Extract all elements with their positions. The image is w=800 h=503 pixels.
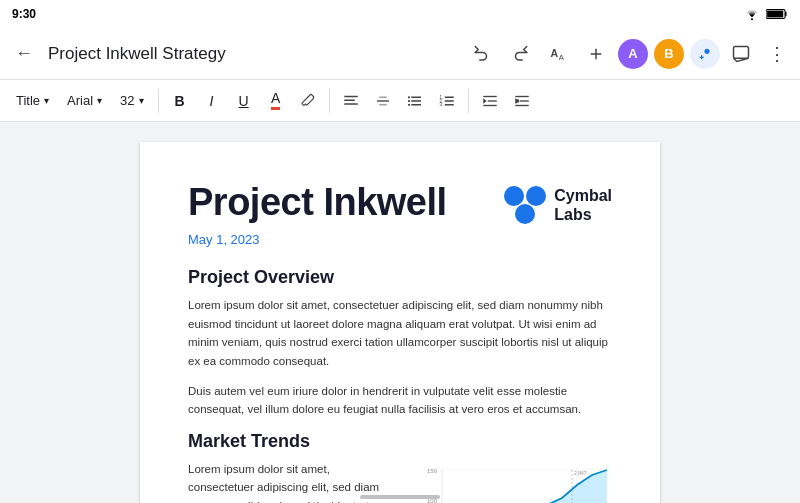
avatar-1-image: A: [618, 39, 648, 69]
doc-logo: Cymbal Labs: [504, 186, 612, 224]
logo-circle-3: [515, 204, 535, 224]
logo-circle-2: [526, 186, 546, 206]
svg-rect-21: [444, 96, 453, 98]
text-color-button[interactable]: A: [261, 86, 291, 116]
svg-rect-23: [444, 104, 453, 106]
numbered-list-button[interactable]: 1. 2. 3.: [432, 86, 462, 116]
style-dropdown[interactable]: Title ▾: [8, 89, 57, 112]
indent-icon: [513, 92, 531, 110]
font-dropdown[interactable]: Arial ▾: [59, 89, 110, 112]
add-person-button[interactable]: [690, 39, 720, 69]
bold-button[interactable]: B: [165, 86, 195, 116]
size-dropdown[interactable]: 32 ▾: [112, 89, 151, 112]
logo-company-name: Cymbal: [554, 186, 612, 205]
comment-icon: [731, 44, 751, 64]
document-area: Project Inkwell Cymbal Labs May 1, 2023 …: [0, 122, 800, 503]
numbered-list-icon: 1. 2. 3.: [438, 92, 456, 110]
underline-button[interactable]: U: [229, 86, 259, 116]
app-bar-left: ← Project Inkwell Strategy: [8, 38, 458, 70]
dedent-icon: [481, 92, 499, 110]
svg-point-14: [407, 103, 409, 105]
svg-text:3.: 3.: [439, 102, 443, 107]
underline-label: U: [239, 93, 249, 109]
svg-rect-22: [444, 100, 453, 102]
svg-rect-10: [344, 103, 358, 105]
wifi-icon: [744, 8, 760, 20]
redo-icon: [511, 45, 529, 63]
bold-label: B: [175, 93, 185, 109]
undo-icon: [473, 45, 491, 63]
divider-1: [158, 89, 159, 113]
add-icon: [587, 45, 605, 63]
svg-rect-15: [411, 96, 421, 98]
size-chevron-icon: ▾: [139, 95, 144, 106]
avatar-2-image: B: [654, 39, 684, 69]
status-time: 9:30: [12, 7, 36, 21]
logo-text: Cymbal Labs: [554, 186, 612, 224]
text-size-icon: A A: [549, 45, 567, 63]
doc-main-title: Project Inkwell: [188, 182, 447, 224]
logo-circles: [504, 186, 546, 224]
section1-para2: Duis autem vel eum iriure dolor in hendr…: [188, 382, 612, 419]
comment-button[interactable]: [726, 39, 756, 69]
italic-label: I: [210, 93, 214, 109]
back-button[interactable]: ←: [8, 38, 40, 70]
status-bar: 9:30: [0, 0, 800, 28]
svg-point-12: [407, 96, 409, 98]
indent-button[interactable]: [507, 86, 537, 116]
chart-area: 0 50 100 150 2,847: [412, 460, 612, 503]
bullet-list-icon: [406, 92, 424, 110]
highlight-icon: [300, 93, 316, 109]
avatar-1[interactable]: A: [618, 39, 648, 69]
svg-rect-9: [344, 99, 355, 101]
document-page: Project Inkwell Cymbal Labs May 1, 2023 …: [140, 142, 660, 503]
section2-title: Market Trends: [188, 431, 612, 452]
status-icons: [744, 8, 788, 20]
svg-rect-30: [515, 99, 519, 102]
italic-button[interactable]: I: [197, 86, 227, 116]
svg-rect-16: [411, 100, 421, 102]
svg-text:150: 150: [427, 468, 438, 474]
svg-text:A: A: [551, 47, 559, 59]
svg-point-13: [407, 99, 409, 101]
strikethrough-button[interactable]: [368, 86, 398, 116]
align-button[interactable]: [336, 86, 366, 116]
bullet-list-button[interactable]: [400, 86, 430, 116]
text-format-button[interactable]: A A: [542, 38, 574, 70]
add-button[interactable]: [580, 38, 612, 70]
font-chevron-icon: ▾: [97, 95, 102, 106]
logo-circle-1: [504, 186, 524, 206]
redo-button[interactable]: [504, 38, 536, 70]
style-chevron-icon: ▾: [44, 95, 49, 106]
svg-rect-7: [734, 46, 749, 58]
logo-sub-name: Labs: [554, 205, 612, 224]
strikethrough-icon: [374, 92, 392, 110]
size-label: 32: [120, 93, 134, 108]
avatar-2[interactable]: B: [654, 39, 684, 69]
format-toolbar: Title ▾ Arial ▾ 32 ▾ B I U A: [0, 80, 800, 122]
section1-title: Project Overview: [188, 267, 612, 288]
divider-3: [468, 89, 469, 113]
style-label: Title: [16, 93, 40, 108]
battery-icon: [766, 8, 788, 20]
doc-date: May 1, 2023: [188, 232, 612, 247]
undo-button[interactable]: [466, 38, 498, 70]
highlight-button[interactable]: [293, 86, 323, 116]
doc-header: Project Inkwell Cymbal Labs: [188, 182, 612, 224]
svg-text:2,847: 2,847: [574, 470, 587, 476]
back-icon: ←: [15, 43, 33, 64]
scrollbar-hint: [360, 495, 440, 499]
align-icon: [342, 92, 360, 110]
font-label: Arial: [67, 93, 93, 108]
svg-rect-2: [767, 11, 783, 18]
svg-text:A: A: [559, 53, 564, 62]
document-title: Project Inkwell Strategy: [48, 44, 226, 64]
section1-para1: Lorem ipsum dolor sit amet, consectetuer…: [188, 296, 612, 370]
more-button[interactable]: ⋮: [762, 39, 792, 69]
app-bar-right: A A A B ⋮: [466, 38, 792, 70]
text-color-label: A: [271, 91, 280, 109]
divider-2: [329, 89, 330, 113]
dedent-button[interactable]: [475, 86, 505, 116]
more-icon: ⋮: [768, 43, 786, 65]
market-chart: 0 50 100 150 2,847: [412, 460, 612, 503]
